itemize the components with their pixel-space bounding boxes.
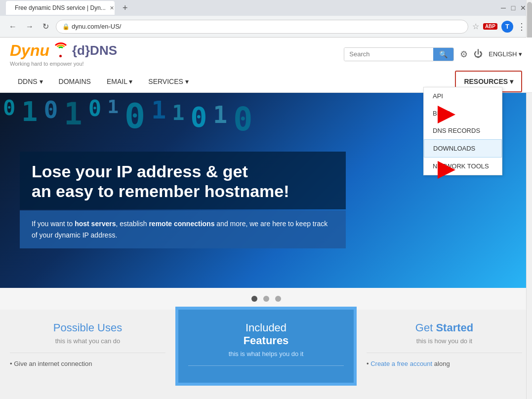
site-header: Dynu {d}DNS Working hard to empower you! xyxy=(0,38,532,93)
dropdown-downloads[interactable]: DOWNLOADS xyxy=(424,139,502,158)
arrow-icon-2 xyxy=(438,161,455,179)
bookmark-button[interactable]: ☆ xyxy=(472,22,479,31)
lock-icon: 🔒 xyxy=(62,23,70,30)
logo-tagline: Working hard to empower you! xyxy=(10,61,117,67)
search-bar: 🔍 xyxy=(344,47,454,61)
binary-char: 0 xyxy=(122,93,148,141)
tab-bar: Free dynamic DNS service | Dyn... ✕ + xyxy=(6,1,132,15)
dropdown-dns-records[interactable]: DNS RECORDS xyxy=(424,122,502,139)
toolbar-right: ☆ ABP T ⋮ xyxy=(472,21,526,33)
nav-ddns[interactable]: DDNS ▾ xyxy=(10,72,51,91)
forward-button[interactable]: → xyxy=(23,20,37,33)
binary-char: 1 xyxy=(210,98,230,141)
get-started-title: Get Started xyxy=(367,321,522,334)
carousel-dot-3[interactable] xyxy=(275,296,281,302)
binary-char: 0 xyxy=(0,93,18,141)
hero-title-box: Lose your IP address & get an easy to re… xyxy=(20,152,346,210)
hero-hostname-text: hostname xyxy=(205,182,284,200)
dropdown-api[interactable]: API xyxy=(424,87,502,105)
possible-uses-title: Possible Uses xyxy=(10,321,165,334)
nav-email[interactable]: EMAIL ▾ xyxy=(99,72,140,91)
get-started-item-1: • Create a free account along xyxy=(367,358,522,369)
binary-char: 1 xyxy=(148,93,169,141)
new-tab-button[interactable]: + xyxy=(119,3,132,13)
abp-badge[interactable]: ABP xyxy=(483,23,497,30)
binary-char: 0 xyxy=(85,93,105,141)
back-button[interactable]: ← xyxy=(6,20,20,33)
possible-uses-divider xyxy=(10,353,165,353)
address-bar: ← → ↻ 🔒 dynu.com/en-US/ ☆ ABP T ⋮ xyxy=(0,16,532,38)
wifi-icon xyxy=(51,43,70,58)
settings-icon-button[interactable]: ⚙ xyxy=(460,49,468,60)
get-started-subtitle: this is how you do it xyxy=(367,337,522,345)
included-features-divider xyxy=(188,365,344,366)
hero-remote-connections: remote connections xyxy=(149,220,214,228)
arrow-icon-1 xyxy=(438,106,455,123)
active-tab[interactable]: Free dynamic DNS service | Dyn... ✕ xyxy=(6,1,115,15)
search-button[interactable]: 🔍 xyxy=(433,48,453,61)
binary-char: 0 xyxy=(188,98,210,141)
included-features-title: Included Features xyxy=(188,321,344,347)
header-right: 🔍 ⚙ ⏻ ENGLISH ▾ xyxy=(344,47,522,61)
features-section: Possible Uses this is what you can do • … xyxy=(0,310,532,393)
dropdown-network-tools[interactable]: NETWORK TOOLS xyxy=(424,158,502,175)
carousel-dot-2[interactable] xyxy=(263,296,269,302)
language-selector[interactable]: ENGLISH ▾ xyxy=(489,50,522,58)
binary-char: 0 xyxy=(41,93,61,141)
hero-title-line2: an easy to remember hostname! xyxy=(32,182,289,200)
hero-heading: Lose your IP address & get an easy to re… xyxy=(32,161,334,202)
logo-main: Dynu {d}DNS xyxy=(10,41,117,60)
resources-dropdown: API BLOG DNS RECORDS DOWNLOADS NETWORK T… xyxy=(423,87,502,175)
nav-services[interactable]: SERVICES ▾ xyxy=(140,72,196,91)
binary-char: 1 xyxy=(104,93,122,141)
carousel-dot-1[interactable] xyxy=(251,296,257,302)
binary-char: 0 xyxy=(230,98,255,141)
window-controls: ─ □ ✕ xyxy=(500,5,526,11)
arrow-to-resources xyxy=(438,106,455,123)
binary-char: 1 xyxy=(61,93,85,141)
feature-card-possible-uses: Possible Uses this is what you can do • … xyxy=(0,310,175,383)
logo-dynu-text: Dynu xyxy=(10,41,49,60)
possible-uses-subtitle: this is what you can do xyxy=(10,337,165,345)
binary-char: 1 xyxy=(18,93,41,141)
hero-ip-text: IP address xyxy=(117,162,201,181)
browser-window: Free dynamic DNS service | Dyn... ✕ + ─ … xyxy=(0,0,532,393)
site-logo: Dynu {d}DNS Working hard to empower you! xyxy=(10,41,117,67)
maximize-button[interactable]: □ xyxy=(510,5,516,11)
wifi-arc-inner xyxy=(57,46,64,53)
title-bar: Free dynamic DNS service | Dyn... ✕ + ─ … xyxy=(0,0,532,16)
address-input-bar[interactable]: 🔒 dynu.com/en-US/ xyxy=(56,20,468,34)
logo-dns-text: {d}DNS xyxy=(72,43,117,58)
arrow-to-downloads xyxy=(438,161,455,179)
dropdown-blog[interactable]: BLOG xyxy=(424,105,502,122)
included-features-subtitle: this is what helps you do it xyxy=(188,350,344,358)
feature-card-get-started: Get Started this is how you do it • Crea… xyxy=(357,310,532,383)
browser-menu-button[interactable]: ⋮ xyxy=(517,21,526,32)
nav-buttons: ← → ↻ xyxy=(6,20,52,33)
create-account-link[interactable]: Create a free account xyxy=(370,360,432,367)
tab-close-button[interactable]: ✕ xyxy=(110,5,114,11)
close-button[interactable]: ✕ xyxy=(520,5,526,11)
hero-subtitle-box: If you want to host servers, establish r… xyxy=(20,210,346,248)
website-content: Dynu {d}DNS Working hard to empower you! xyxy=(0,38,532,393)
possible-uses-item-1: • Give an internet connection xyxy=(10,358,165,369)
hero-title-line1: Lose your IP address & get xyxy=(32,162,248,181)
site-header-top: Dynu {d}DNS Working hard to empower you! xyxy=(10,38,522,71)
scroll-thumb[interactable] xyxy=(527,2,532,41)
hero-subtitle-text: If you want to host servers, establish r… xyxy=(32,218,334,240)
search-input[interactable] xyxy=(344,48,433,61)
minimize-button[interactable]: ─ xyxy=(500,5,506,11)
tab-title: Free dynamic DNS service | Dyn... xyxy=(15,4,106,11)
hero-content: Lose your IP address & get an easy to re… xyxy=(20,152,346,248)
nav-domains[interactable]: DOMAINS xyxy=(51,72,99,91)
power-icon-button[interactable]: ⏻ xyxy=(474,49,483,59)
address-text: dynu.com/en-US/ xyxy=(72,23,121,30)
binary-char: 1 xyxy=(169,98,187,141)
hero-host-servers: host servers xyxy=(75,220,116,228)
feature-card-included-features: Included Features this is what helps you… xyxy=(175,307,357,386)
get-started-divider xyxy=(367,353,522,353)
refresh-button[interactable]: ↻ xyxy=(40,20,52,33)
user-avatar[interactable]: T xyxy=(501,21,513,33)
wifi-dot xyxy=(59,55,62,57)
